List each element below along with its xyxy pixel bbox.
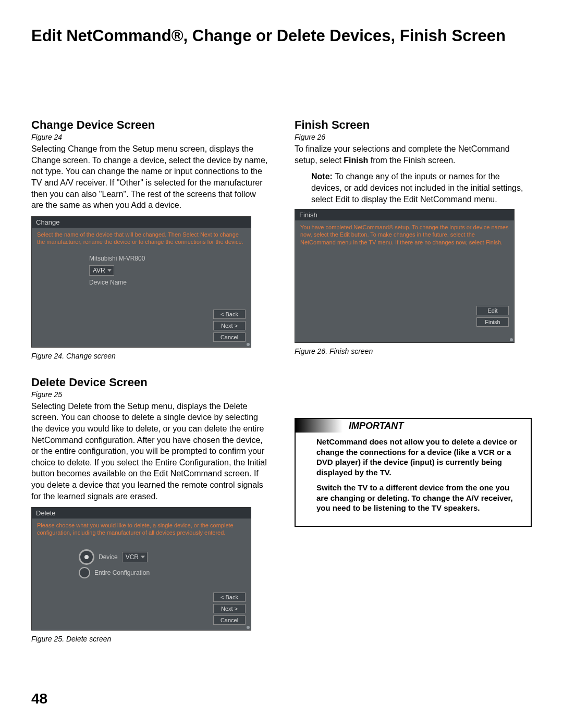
change-shot-row1: Mitsubishi M-VR800 xyxy=(89,255,246,262)
delete-heading: Delete Device Screen xyxy=(31,376,268,389)
radio-device[interactable] xyxy=(79,549,94,565)
finish-caption: Figure 26. Finish screen xyxy=(295,347,532,355)
change-shot-title: Change xyxy=(32,217,251,228)
change-fig-ref: Figure 24 xyxy=(31,133,268,141)
finish-heading: Finish Screen xyxy=(295,118,532,132)
important-title: IMPORTANT xyxy=(342,421,403,431)
change-screenshot: Change Select the name of the device tha… xyxy=(31,216,251,348)
important-box: IMPORTANT NetCommand does not allow you … xyxy=(295,418,532,527)
change-body: Selecting Change from the Setup menu scr… xyxy=(31,143,268,211)
change-heading: Change Device Screen xyxy=(31,118,268,132)
important-p2: Switch the TV to a different device from… xyxy=(316,483,522,513)
change-next-button[interactable]: Next > xyxy=(213,321,246,330)
finish-body: To finalize your selections and complete… xyxy=(295,143,532,166)
delete-back-button[interactable]: < Back xyxy=(213,593,246,602)
change-caption: Figure 24. Change screen xyxy=(31,352,268,360)
important-gradient xyxy=(296,419,342,433)
finish-edit-button[interactable]: Edit xyxy=(476,306,509,315)
finish-finish-button[interactable]: Finish xyxy=(476,317,509,327)
finish-screenshot: Finish You have completed NetCommand® se… xyxy=(295,209,515,343)
radio-entire-config[interactable] xyxy=(79,567,90,578)
delete-next-button[interactable]: Next > xyxy=(213,604,246,613)
delete-fig-ref: Figure 25 xyxy=(31,390,268,399)
delete-screenshot: Delete Please choose what you would like… xyxy=(31,507,251,631)
device-option-dropdown[interactable]: VCR xyxy=(122,552,148,562)
finish-shot-title: Finish xyxy=(295,209,514,220)
entire-config-label: Entire Configuration xyxy=(94,569,150,576)
delete-body: Selecting Delete from the Setup menu, di… xyxy=(31,401,268,502)
delete-shot-instr: Please choose what you would like to del… xyxy=(37,522,246,537)
delete-caption: Figure 25. Delete screen xyxy=(31,635,268,643)
right-column: Finish Screen Figure 26 To finalize your… xyxy=(295,118,532,659)
change-back-button[interactable]: < Back xyxy=(213,310,246,319)
important-p1: NetCommand does not allow you to delete … xyxy=(316,437,522,477)
change-shot-instr: Select the name of the device that will … xyxy=(37,231,246,246)
delete-shot-title: Delete xyxy=(32,508,251,519)
finish-fig-ref: Figure 26 xyxy=(295,133,532,141)
page-number: 48 xyxy=(31,690,47,707)
delete-cancel-button[interactable]: Cancel xyxy=(213,615,246,625)
finish-shot-instr: You have completed NetCommand® setup. To… xyxy=(300,224,509,246)
change-shot-row2: Device Name xyxy=(89,279,246,286)
left-column: Change Device Screen Figure 24 Selecting… xyxy=(31,118,268,659)
change-cancel-button[interactable]: Cancel xyxy=(213,332,246,342)
finish-note: Note: To change any of the inputs or nam… xyxy=(311,171,532,205)
device-option-label: Device xyxy=(99,553,118,561)
page-title: Edit NetCommand®, Change or Delete Devic… xyxy=(31,26,532,45)
change-shot-dropdown[interactable]: AVR xyxy=(89,265,114,276)
